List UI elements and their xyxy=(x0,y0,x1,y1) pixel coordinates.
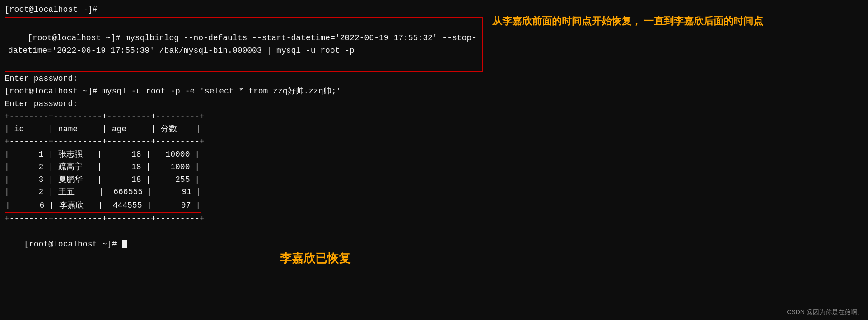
table-sep-1: +--------+----------+---------+---------… xyxy=(5,111,483,123)
table-sep-2: +--------+----------+---------+---------… xyxy=(5,136,483,148)
cmd-2: [root@localhost ~]# mysql -u root -p -e … xyxy=(5,85,483,98)
table-section: +--------+----------+---------+---------… xyxy=(5,111,483,226)
annotation-top-area: 从李嘉欣前面的时间点开始恢复， 一直到李嘉欣后面的时间点 xyxy=(492,14,763,28)
table-row-2: | 2 | 疏高宁 | 18 | 1000 | xyxy=(5,161,483,174)
table-sep-3: +--------+----------+---------+---------… xyxy=(5,213,483,226)
table-row-5-highlighted: | 6 | 李嘉欣 | 444555 | 97 | xyxy=(5,199,201,213)
table-row-4: | 2 | 王五 | 666555 | 91 | xyxy=(5,186,483,199)
enter-password-2: Enter password: xyxy=(5,98,483,111)
last-prompt: [root@localhost ~]# xyxy=(5,226,483,264)
enter-password-1: Enter password: xyxy=(5,73,483,85)
table-header: | id | name | age | 分数 | xyxy=(5,123,483,136)
csdn-watermark: CSDN @因为你是在煎啊、 xyxy=(787,308,863,316)
cursor-block xyxy=(122,240,127,248)
table-row-1: | 1 | 张志强 | 18 | 10000 | xyxy=(5,148,483,161)
line-0: [root@localhost ~]# xyxy=(5,4,483,16)
command-block-highlighted: [root@localhost ~]# mysqlbinlog --no-def… xyxy=(5,17,483,72)
annotation-top-text: 从李嘉欣前面的时间点开始恢复， 一直到李嘉欣后面的时间点 xyxy=(492,14,763,28)
table-row-3: | 3 | 夏鹏华 | 18 | 255 | xyxy=(5,174,483,186)
terminal: [root@localhost ~]# [root@localhost ~]# … xyxy=(0,0,488,320)
annotation-bottom-text: 李嘉欣已恢复 xyxy=(280,250,350,266)
